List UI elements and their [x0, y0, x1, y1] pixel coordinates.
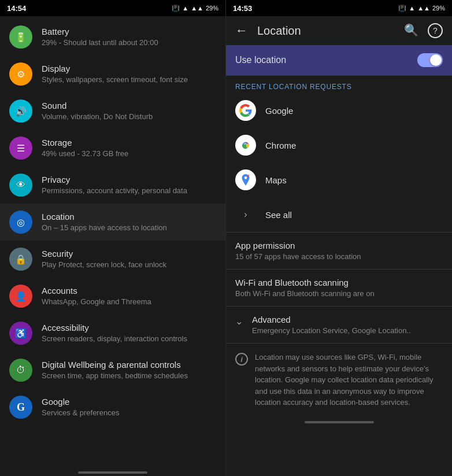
display-subtitle: Styles, wallpapers, screen timeout, font…: [42, 75, 216, 85]
settings-item-digital_wellbeing[interactable]: ⏱ Digital Wellbeing & parental controls …: [0, 352, 225, 389]
settings-item-battery[interactable]: 🔋 Battery 29% - Should last until about …: [0, 19, 225, 56]
sound-subtitle: Volume, vibration, Do Not Disturb: [42, 112, 216, 122]
settings-item-accessibility[interactable]: ♿ Accessibility Screen readers, display,…: [0, 315, 225, 352]
settings-panel: 14:54 📳 ▲ ▲▲ 29% 🔋 Battery 29% - Should …: [0, 0, 226, 476]
home-indicator-r: [305, 421, 374, 423]
battery-icon: 🔋: [9, 25, 32, 49]
privacy-title: Privacy: [42, 174, 216, 186]
settings-item-display[interactable]: ⚙ Display Styles, wallpapers, screen tim…: [0, 56, 225, 93]
location-panel: 14:53 📳 ▲ ▲▲ 29% ← Location 🔍 ? Use loca…: [226, 0, 452, 476]
sound-icon: 🔊: [9, 99, 32, 123]
location-subtitle: On – 15 apps have access to location: [42, 223, 216, 233]
see-all-row[interactable]: › See all: [226, 197, 452, 232]
maps-app-name: Maps: [265, 175, 443, 185]
info-note: i Location may use sources like GPS, Wi-…: [226, 344, 452, 416]
settings-item-privacy[interactable]: 👁 Privacy Permissions, account activity,…: [0, 167, 225, 204]
privacy-icon: 👁: [9, 174, 32, 197]
location-icon: ◎: [9, 211, 32, 234]
advanced-text: Advanced Emergency Location Service, Goo…: [252, 315, 411, 335]
settings-list: 🔋 Battery 29% - Should last until about …: [0, 16, 225, 467]
home-bar-right: [226, 416, 452, 426]
battery-text-r: 29%: [432, 5, 445, 12]
privacy-subtitle: Permissions, account activity, personal …: [42, 186, 216, 196]
accounts-subtitle: WhatsApp, Google and Threema: [42, 297, 216, 307]
help-icon[interactable]: ?: [428, 23, 443, 38]
list-item[interactable]: Google: [226, 93, 452, 128]
storage-title: Storage: [42, 137, 216, 149]
chrome-app-icon: [235, 135, 256, 156]
security-title: Security: [42, 248, 216, 260]
settings-item-storage[interactable]: ☰ Storage 49% used - 32.73 GB free: [0, 130, 225, 167]
header-actions: 🔍 ?: [404, 23, 443, 38]
settings-item-location[interactable]: ◎ Location On – 15 apps have access to l…: [0, 204, 225, 241]
settings-item-google[interactable]: G Google Services & preferences: [0, 389, 225, 426]
back-button[interactable]: ←: [235, 23, 248, 38]
home-indicator: [78, 471, 147, 474]
time-left: 14:54: [7, 4, 26, 13]
accessibility-subtitle: Screen readers, display, interaction con…: [42, 334, 216, 344]
advanced-section[interactable]: ⌄ Advanced Emergency Location Service, G…: [226, 307, 452, 344]
page-title: Location: [257, 24, 395, 38]
accounts-title: Accounts: [42, 285, 216, 297]
wifi-bluetooth-subtitle: Both Wi-Fi and Bluetooth scanning are on: [235, 289, 443, 298]
google-subtitle: Services & preferences: [42, 408, 216, 418]
security-icon: 🔒: [9, 248, 32, 271]
home-bar-left: [0, 467, 225, 476]
signal-icon: ▲▲: [191, 5, 203, 12]
info-note-text: Location may use sources like GPS, Wi-Fi…: [255, 352, 443, 408]
security-subtitle: Play Protect, screen lock, face unlock: [42, 260, 216, 270]
info-icon: i: [235, 353, 248, 366]
location-header: ← Location 🔍 ?: [226, 16, 452, 45]
use-location-label: Use location: [235, 55, 286, 65]
google-app-icon: [235, 100, 256, 121]
location-title: Location: [42, 211, 216, 223]
vibrate-icon: 📳: [172, 5, 180, 12]
maps-app-icon: [235, 169, 256, 190]
status-bar-left: 14:54 📳 ▲ ▲▲ 29%: [0, 0, 225, 16]
status-icons-left: 📳 ▲ ▲▲ 29%: [172, 5, 218, 12]
svg-point-3: [244, 176, 247, 179]
battery-subtitle: 29% - Should last until about 20:00: [42, 38, 216, 48]
see-all-label: See all: [265, 210, 292, 220]
chevron-down-icon: ⌄: [235, 316, 243, 327]
signal-icon-r: ▲▲: [417, 5, 430, 12]
time-right: 14:53: [233, 4, 252, 13]
settings-item-accounts[interactable]: 👤 Accounts WhatsApp, Google and Threema: [0, 278, 225, 315]
accounts-icon: 👤: [9, 285, 32, 308]
google-icon: G: [9, 396, 32, 419]
wifi-icon: ▲: [182, 5, 188, 12]
vibrate-icon-r: 📳: [398, 5, 406, 12]
app-permission-subtitle: 15 of 57 apps have access to location: [235, 252, 443, 261]
recent-section-label: RECENT LOCATION REQUESTS: [226, 76, 452, 93]
settings-item-security[interactable]: 🔒 Security Play Protect, screen lock, fa…: [0, 241, 225, 278]
accessibility-title: Accessibility: [42, 322, 216, 334]
digital_wellbeing-subtitle: Screen time, app timers, bedtime schedul…: [42, 371, 216, 381]
list-item[interactable]: Chrome: [226, 128, 452, 163]
sound-title: Sound: [42, 100, 216, 112]
google-app-name: Google: [265, 106, 443, 116]
search-icon[interactable]: 🔍: [404, 23, 418, 38]
app-permission-section[interactable]: App permission 15 of 57 apps have access…: [226, 233, 452, 270]
wifi-icon-r: ▲: [409, 5, 415, 12]
list-item[interactable]: Maps: [226, 163, 452, 197]
status-icons-right: 📳 ▲ ▲▲ 29%: [398, 5, 445, 12]
toggle-thumb: [430, 54, 442, 66]
display-icon: ⚙: [9, 62, 32, 86]
storage-icon: ☰: [9, 136, 32, 160]
battery-title: Battery: [42, 26, 216, 38]
storage-subtitle: 49% used - 32.73 GB free: [42, 149, 216, 159]
settings-item-sound[interactable]: 🔊 Sound Volume, vibration, Do Not Distur…: [0, 93, 225, 130]
advanced-subtitle: Emergency Location Service, Google Locat…: [252, 326, 411, 335]
use-location-row[interactable]: Use location: [226, 45, 452, 75]
app-permission-title: App permission: [235, 241, 443, 250]
digital_wellbeing-title: Digital Wellbeing & parental controls: [42, 359, 216, 371]
location-toggle[interactable]: [417, 53, 443, 67]
wifi-bluetooth-section[interactable]: Wi-Fi and Bluetooth scanning Both Wi-Fi …: [226, 270, 452, 307]
wifi-bluetooth-title: Wi-Fi and Bluetooth scanning: [235, 278, 443, 287]
google-title: Google: [42, 396, 216, 408]
display-title: Display: [42, 63, 216, 75]
accessibility-icon: ♿: [9, 322, 32, 345]
digital_wellbeing-icon: ⏱: [9, 359, 32, 382]
status-bar-right: 14:53 📳 ▲ ▲▲ 29%: [226, 0, 452, 16]
advanced-title: Advanced: [252, 315, 411, 324]
